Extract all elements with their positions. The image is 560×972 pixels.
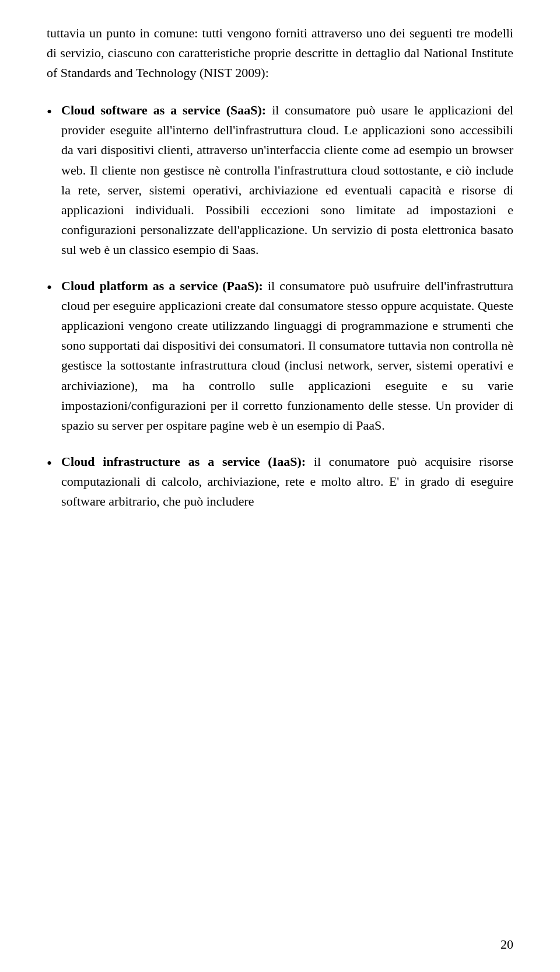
page-number: 20 (501, 935, 513, 954)
intro-paragraph: tuttavia un punto in comune: tutti vengo… (47, 23, 513, 83)
iaas-title: Cloud infrastructure as a service (IaaS)… (61, 454, 306, 469)
saas-content: Cloud software as a service (SaaS): il c… (61, 100, 513, 260)
paas-content: Cloud platform as a service (PaaS): il c… (61, 276, 513, 436)
saas-title: Cloud software as a service (SaaS): (61, 103, 266, 117)
bullet-dot-saas: • (47, 100, 52, 124)
saas-body: il consumatore può usare le applicazioni… (61, 103, 513, 257)
bullet-dot-paas: • (47, 276, 52, 299)
bullet-dot-iaas: • (47, 452, 52, 475)
paas-title: Cloud platform as a service (PaaS): (61, 278, 263, 293)
paas-body: il consumatore può usufruire dell'infras… (61, 278, 513, 433)
saas-section: • Cloud software as a service (SaaS): il… (47, 100, 513, 260)
paas-section: • Cloud platform as a service (PaaS): il… (47, 276, 513, 436)
iaas-content: Cloud infrastructure as a service (IaaS)… (61, 452, 513, 511)
page-container: tuttavia un punto in comune: tutti vengo… (0, 0, 560, 972)
iaas-section: • Cloud infrastructure as a service (Iaa… (47, 452, 513, 511)
